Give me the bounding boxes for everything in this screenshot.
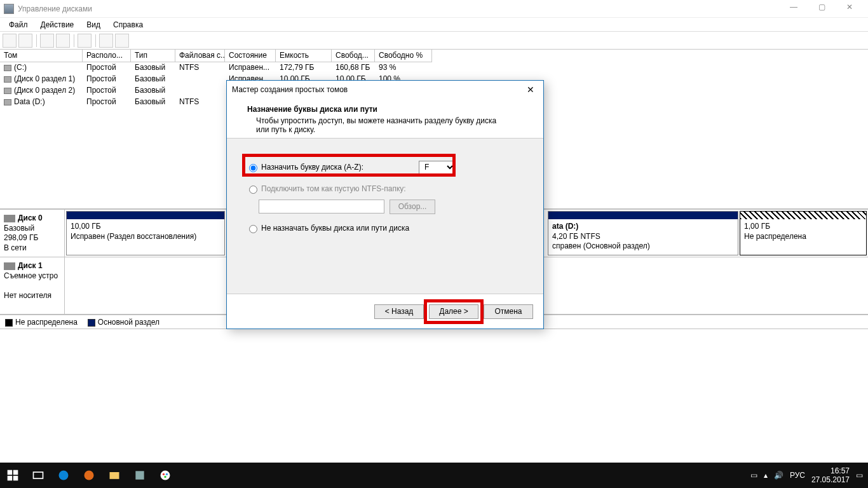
radio-no-letter-label: Не назначать буквы диска или пути диска [261, 224, 409, 233]
col-loc[interactable]: Располо... [83, 50, 131, 62]
tray-notifications-icon[interactable]: ▭ [856, 471, 863, 480]
diskmgmt-icon[interactable] [127, 463, 153, 488]
menubar: Файл Действие Вид Справка [0, 18, 868, 32]
radio-mount-folder-label: Подключить том как пустую NTFS-папку: [261, 184, 406, 193]
svg-point-6 [85, 471, 94, 480]
explorer-icon[interactable] [102, 463, 127, 488]
svg-point-12 [164, 476, 166, 478]
svg-point-9 [161, 471, 170, 480]
disk-icon [4, 215, 15, 222]
disk0-info[interactable]: Диск 0 Базовый 298,09 ГБ В сети [0, 210, 65, 257]
svg-rect-1 [13, 470, 18, 475]
svg-rect-0 [8, 470, 13, 475]
wizard-subheading: Чтобы упростить доступ, вы можете назнач… [247, 114, 501, 134]
radio-mount-folder[interactable] [249, 186, 257, 194]
tray-clock[interactable]: 16:57 27.05.2017 [811, 466, 850, 485]
toolbar-forward-icon[interactable] [18, 34, 32, 48]
radio-no-letter[interactable] [249, 225, 257, 233]
partition[interactable]: ata (D:)4,20 ГБ NTFSсправен (Основной ра… [548, 211, 738, 255]
mount-path-input[interactable] [259, 200, 384, 214]
col-free[interactable]: Свобод... [332, 50, 375, 62]
mount-path-row: Обзор... [246, 200, 524, 214]
titlebar: Управление дисками — ▢ ✕ [0, 0, 868, 18]
taskbar: ▭ ▴ 🔊 РУС 16:57 27.05.2017 ▭ [0, 463, 868, 488]
toolbar [0, 32, 868, 50]
svg-rect-2 [8, 476, 13, 481]
svg-rect-4 [34, 472, 43, 478]
task-view-icon[interactable] [25, 463, 51, 488]
tray-wifi-icon[interactable]: ▴ [764, 471, 768, 480]
col-tom[interactable]: Том [0, 50, 83, 62]
col-fs[interactable]: Файловая с... [175, 50, 225, 62]
drive-letter-select[interactable]: F [419, 161, 456, 174]
wizard-close-button[interactable]: ✕ [523, 85, 538, 95]
edge-icon[interactable] [51, 463, 76, 488]
menu-help[interactable]: Справка [107, 18, 149, 31]
legend-unalloc-label: Не распределена [15, 318, 78, 327]
col-state[interactable]: Состояние [225, 50, 276, 62]
toolbar-back-icon[interactable] [3, 34, 17, 48]
wizard-buttons: < Назад Далее > Отмена [227, 294, 543, 329]
menu-file[interactable]: Файл [3, 18, 34, 31]
toolbar-refresh-icon[interactable] [40, 34, 54, 48]
partition[interactable]: 10,00 ГБИсправен (Раздел восстановления) [66, 211, 225, 255]
paint-icon[interactable] [153, 463, 178, 488]
wizard-dialog: Мастер создания простых томов ✕ Назначен… [226, 80, 544, 329]
back-button[interactable]: < Назад [374, 304, 424, 319]
col-cap[interactable]: Емкость [276, 50, 332, 62]
next-button[interactable]: Далее > [429, 304, 478, 319]
close-button[interactable]: ✕ [840, 3, 859, 15]
wizard-titlebar[interactable]: Мастер создания простых томов ✕ [227, 81, 543, 98]
svg-point-11 [166, 473, 168, 475]
legend-primary-label: Основной раздел [98, 318, 159, 327]
legend-unalloc-swatch [5, 319, 13, 327]
legend-primary-swatch [88, 319, 95, 327]
col-pct[interactable]: Свободно % [375, 50, 432, 62]
toolbar-list-icon[interactable] [99, 34, 113, 48]
partition-unallocated[interactable]: 1,00 ГБНе распределена [740, 211, 867, 255]
browse-button[interactable]: Обзор... [390, 200, 435, 214]
tray-battery-icon[interactable]: ▭ [750, 471, 757, 480]
toolbar-properties-icon[interactable] [78, 34, 92, 48]
svg-point-10 [163, 473, 165, 475]
firefox-icon[interactable] [76, 463, 102, 488]
cancel-button[interactable]: Отмена [484, 304, 533, 319]
radio-assign-letter-row[interactable]: Назначить букву диска (A-Z): F [246, 160, 456, 174]
toolbar-help-icon[interactable] [56, 34, 70, 48]
maximize-button[interactable]: ▢ [812, 3, 831, 15]
radio-assign-letter-label: Назначить букву диска (A-Z): [261, 163, 363, 172]
app-icon [4, 4, 14, 14]
disk1-info[interactable]: Диск 1 Съемное устро Нет носителя [0, 257, 65, 314]
start-button[interactable] [0, 463, 25, 488]
toolbar-layout-icon[interactable] [115, 34, 129, 48]
wizard-title-text: Мастер создания простых томов [232, 85, 348, 94]
svg-rect-7 [110, 472, 119, 479]
minimize-button[interactable]: — [784, 3, 803, 15]
wizard-header: Назначение буквы диска или пути Чтобы уп… [227, 98, 543, 138]
col-type[interactable]: Тип [131, 50, 175, 62]
menu-action[interactable]: Действие [34, 18, 81, 31]
disk-icon [4, 262, 15, 270]
radio-no-letter-row[interactable]: Не назначать буквы диска или пути диска [246, 221, 524, 235]
volume-list-header: Том Располо... Тип Файловая с... Состоян… [0, 50, 868, 62]
svg-rect-3 [13, 476, 18, 481]
svg-point-5 [59, 471, 69, 480]
volume-row[interactable]: (C:)ПростойБазовыйNTFSИсправен...172,79 … [0, 62, 868, 74]
window-title: Управление дисками [18, 4, 92, 13]
wizard-body: Назначить букву диска (A-Z): F Подключит… [227, 138, 543, 294]
radio-mount-folder-row[interactable]: Подключить том как пустую NTFS-папку: [246, 182, 524, 196]
tray-sound-icon[interactable]: 🔊 [774, 471, 783, 480]
svg-rect-8 [135, 471, 144, 479]
radio-assign-letter[interactable] [249, 164, 257, 172]
tray-lang[interactable]: РУС [790, 471, 805, 480]
menu-view[interactable]: Вид [80, 18, 107, 31]
wizard-heading: Назначение буквы диска или пути [247, 105, 523, 114]
